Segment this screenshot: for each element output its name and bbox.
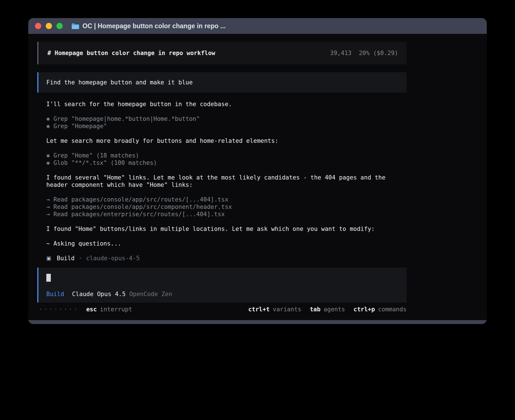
shortcut-commands: ctrl+p commands [353, 306, 407, 313]
assistant-text: I found several "Home" links. Let me loo… [46, 174, 407, 189]
tool-call-read: → Read packages/console/app/src/routes/[… [46, 196, 407, 203]
ctrl-p-key-hint: ctrl+p [353, 306, 375, 313]
input-provider: OpenCode Zen [129, 291, 172, 298]
tool-call-grep: ✱ Grep "homepage|home.*button|Home.*butt… [46, 115, 407, 123]
user-message-text: Find the homepage button and make it blu… [46, 79, 193, 86]
token-count: 39,413 [330, 50, 352, 56]
tool-call-grep: ✱ Grep "Homepage" [46, 123, 407, 130]
tool-call-read: → Read packages/enterprise/src/routes/[.… [46, 211, 407, 218]
minimize-button[interactable] [46, 23, 52, 29]
close-button[interactable] [35, 23, 41, 29]
input-mode[interactable]: Build [46, 291, 64, 298]
tool-call-glob: ✱ Glob "**/*.tsx" (100 matches) [46, 159, 407, 167]
assistant-text: I found "Home" buttons/links in multiple… [46, 225, 407, 233]
input-model[interactable]: Claude Opus 4.5 [72, 291, 126, 298]
progress-dots: ········ [39, 306, 79, 313]
shortcut-variants: ctrl+t variants [248, 306, 301, 313]
esc-key-hint: esc [86, 306, 97, 313]
zoom-button[interactable] [56, 23, 63, 29]
ctrl-t-key-hint: ctrl+t [248, 306, 270, 313]
session-title: # Homepage button color change in repo w… [47, 50, 215, 56]
status-bar: ········ esc interrupt ctrl+t variants t… [37, 306, 407, 313]
terminal-window: OC | Homepage button color change in rep… [28, 18, 487, 324]
context-usage: 20% ($0.29) [359, 50, 398, 56]
transcript: I'll search for the homepage button in t… [37, 100, 407, 262]
agent-square-icon: ▣ [46, 255, 51, 262]
assistant-text: I'll search for the homepage button in t… [46, 100, 407, 108]
tool-call-grep: ✱ Grep "Home" (18 matches) [46, 152, 407, 159]
titlebar[interactable]: OC | Homepage button color change in rep… [28, 18, 487, 34]
commands-label: commands [378, 306, 407, 313]
shortcut-agents: tab agents [310, 306, 345, 313]
input-modeline: Build Claude Opus 4.5 OpenCode Zen [46, 291, 399, 298]
traffic-lights [35, 23, 63, 29]
agent-name: Build [57, 255, 75, 262]
user-message: Find the homepage button and make it blu… [37, 72, 407, 93]
tool-call-read: → Read packages/console/app/src/componen… [46, 203, 407, 211]
agents-label: agents [324, 306, 345, 313]
tab-key-hint: tab [310, 306, 320, 313]
terminal-content: # Homepage button color change in repo w… [28, 34, 487, 320]
asking-questions-status: ~ Asking questions... [46, 240, 407, 247]
assistant-text: Let me search more broadly for buttons a… [46, 137, 407, 145]
session-header: # Homepage button color change in repo w… [37, 42, 407, 64]
agent-model: claude-opus-4-5 [86, 255, 140, 262]
prompt-input[interactable]: Build Claude Opus 4.5 OpenCode Zen [37, 268, 407, 303]
agent-separator: · [78, 255, 82, 262]
agent-status: ▣ Build · claude-opus-4-5 [46, 255, 407, 262]
window-title: OC | Homepage button color change in rep… [82, 22, 226, 30]
interrupt-label: interrupt [100, 306, 132, 313]
text-cursor [46, 274, 51, 282]
folder-icon [71, 23, 79, 29]
variants-label: variants [273, 306, 301, 313]
